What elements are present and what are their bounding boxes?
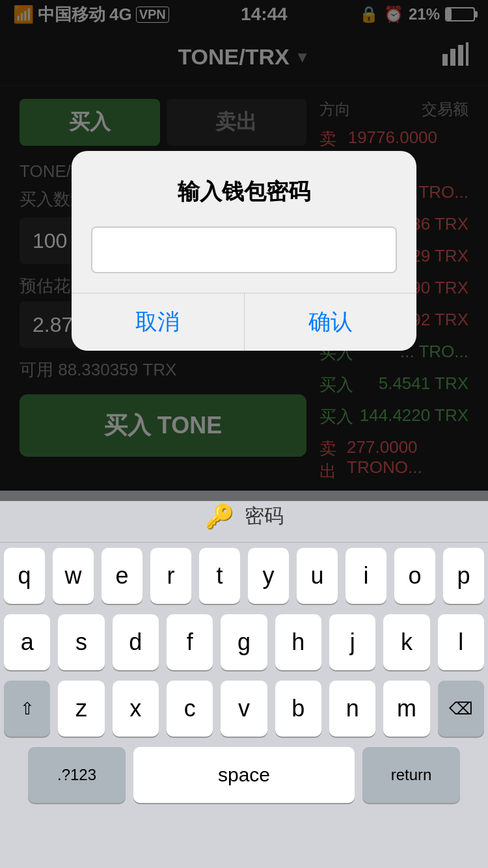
key-y[interactable]: y	[248, 548, 289, 604]
key-x[interactable]: x	[113, 681, 159, 737]
return-key[interactable]: return	[362, 747, 460, 803]
key-e[interactable]: e	[102, 548, 142, 604]
key-f[interactable]: f	[167, 614, 213, 670]
modal-input-area	[72, 220, 416, 293]
key-icon: 🔑	[205, 503, 234, 530]
key-g[interactable]: g	[221, 614, 267, 670]
keyboard-row-2: a s d f g h j k l	[0, 609, 488, 675]
keyboard-area: 🔑 密码 q w e r t y u i o p a s d f g h j k…	[0, 491, 488, 868]
modal-overlay: 输入钱包密码 取消 确认	[0, 0, 488, 501]
keyboard-row-3: ⇧ z x c v b n m ⌫	[0, 675, 488, 742]
keyboard-password-label: 密码	[245, 503, 284, 530]
modal-buttons: 取消 确认	[72, 293, 416, 351]
space-key[interactable]: space	[133, 747, 355, 803]
key-m[interactable]: m	[383, 681, 429, 737]
key-o[interactable]: o	[394, 548, 435, 604]
key-z[interactable]: z	[58, 681, 104, 737]
modal-title: 输入钱包密码	[72, 151, 416, 220]
key-n[interactable]: n	[329, 681, 375, 737]
cancel-button[interactable]: 取消	[72, 293, 245, 351]
key-a[interactable]: a	[4, 614, 50, 670]
symbols-key[interactable]: .?123	[28, 747, 126, 803]
key-t[interactable]: t	[199, 548, 240, 604]
key-s[interactable]: s	[58, 614, 104, 670]
key-q[interactable]: q	[4, 548, 45, 604]
key-r[interactable]: r	[150, 548, 191, 604]
keyboard-row-4: .?123 space return	[0, 742, 488, 808]
shift-key[interactable]: ⇧	[4, 681, 50, 737]
confirm-button[interactable]: 确认	[245, 293, 417, 351]
password-modal: 输入钱包密码 取消 确认	[72, 151, 416, 351]
key-b[interactable]: b	[275, 681, 321, 737]
key-w[interactable]: w	[53, 548, 94, 604]
key-i[interactable]: i	[346, 548, 386, 604]
key-u[interactable]: u	[297, 548, 338, 604]
key-d[interactable]: d	[113, 614, 159, 670]
password-input[interactable]	[91, 226, 397, 273]
keyboard-row-1: q w e r t y u i o p	[0, 543, 488, 609]
key-v[interactable]: v	[221, 681, 267, 737]
key-p[interactable]: p	[443, 548, 484, 604]
key-j[interactable]: j	[329, 614, 375, 670]
key-k[interactable]: k	[383, 614, 429, 670]
key-c[interactable]: c	[167, 681, 213, 737]
key-h[interactable]: h	[275, 614, 321, 670]
delete-key[interactable]: ⌫	[438, 681, 484, 737]
key-l[interactable]: l	[438, 614, 484, 670]
